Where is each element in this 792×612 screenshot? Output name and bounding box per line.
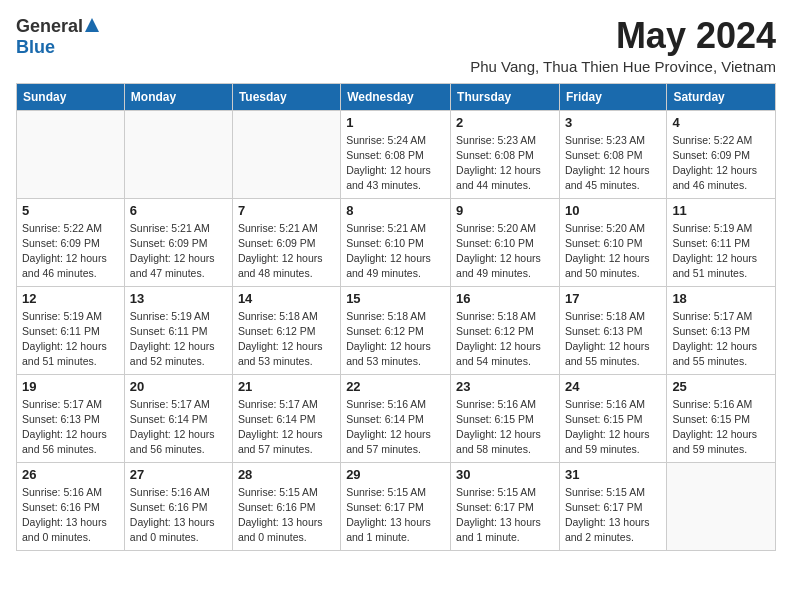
logo-blue: Blue	[16, 37, 55, 58]
day-number: 23	[456, 379, 554, 394]
day-info: Sunrise: 5:23 AM Sunset: 6:08 PM Dayligh…	[565, 133, 661, 194]
location-title: Phu Vang, Thua Thien Hue Province, Vietn…	[470, 58, 776, 75]
day-cell	[667, 462, 776, 550]
day-number: 30	[456, 467, 554, 482]
day-number: 26	[22, 467, 119, 482]
day-info: Sunrise: 5:16 AM Sunset: 6:14 PM Dayligh…	[346, 397, 445, 458]
day-info: Sunrise: 5:20 AM Sunset: 6:10 PM Dayligh…	[456, 221, 554, 282]
day-number: 18	[672, 291, 770, 306]
day-info: Sunrise: 5:16 AM Sunset: 6:15 PM Dayligh…	[565, 397, 661, 458]
day-number: 21	[238, 379, 335, 394]
day-info: Sunrise: 5:18 AM Sunset: 6:13 PM Dayligh…	[565, 309, 661, 370]
day-info: Sunrise: 5:18 AM Sunset: 6:12 PM Dayligh…	[238, 309, 335, 370]
day-number: 28	[238, 467, 335, 482]
day-info: Sunrise: 5:21 AM Sunset: 6:09 PM Dayligh…	[238, 221, 335, 282]
day-cell: 11Sunrise: 5:19 AM Sunset: 6:11 PM Dayli…	[667, 198, 776, 286]
day-cell: 19Sunrise: 5:17 AM Sunset: 6:13 PM Dayli…	[17, 374, 125, 462]
day-cell: 9Sunrise: 5:20 AM Sunset: 6:10 PM Daylig…	[451, 198, 560, 286]
week-row-4: 19Sunrise: 5:17 AM Sunset: 6:13 PM Dayli…	[17, 374, 776, 462]
week-row-5: 26Sunrise: 5:16 AM Sunset: 6:16 PM Dayli…	[17, 462, 776, 550]
day-info: Sunrise: 5:16 AM Sunset: 6:16 PM Dayligh…	[130, 485, 227, 546]
day-cell: 4Sunrise: 5:22 AM Sunset: 6:09 PM Daylig…	[667, 110, 776, 198]
day-info: Sunrise: 5:18 AM Sunset: 6:12 PM Dayligh…	[456, 309, 554, 370]
day-cell: 15Sunrise: 5:18 AM Sunset: 6:12 PM Dayli…	[341, 286, 451, 374]
week-row-3: 12Sunrise: 5:19 AM Sunset: 6:11 PM Dayli…	[17, 286, 776, 374]
day-cell	[124, 110, 232, 198]
day-number: 20	[130, 379, 227, 394]
day-number: 31	[565, 467, 661, 482]
header-sunday: Sunday	[17, 83, 125, 110]
day-number: 5	[22, 203, 119, 218]
day-cell: 5Sunrise: 5:22 AM Sunset: 6:09 PM Daylig…	[17, 198, 125, 286]
day-cell: 12Sunrise: 5:19 AM Sunset: 6:11 PM Dayli…	[17, 286, 125, 374]
day-cell: 17Sunrise: 5:18 AM Sunset: 6:13 PM Dayli…	[559, 286, 666, 374]
day-info: Sunrise: 5:17 AM Sunset: 6:13 PM Dayligh…	[672, 309, 770, 370]
day-number: 24	[565, 379, 661, 394]
day-number: 15	[346, 291, 445, 306]
day-number: 17	[565, 291, 661, 306]
day-info: Sunrise: 5:19 AM Sunset: 6:11 PM Dayligh…	[130, 309, 227, 370]
day-info: Sunrise: 5:15 AM Sunset: 6:17 PM Dayligh…	[565, 485, 661, 546]
calendar-header-row: Sunday Monday Tuesday Wednesday Thursday…	[17, 83, 776, 110]
svg-marker-0	[85, 18, 99, 32]
day-cell: 30Sunrise: 5:15 AM Sunset: 6:17 PM Dayli…	[451, 462, 560, 550]
day-cell: 23Sunrise: 5:16 AM Sunset: 6:15 PM Dayli…	[451, 374, 560, 462]
day-cell: 29Sunrise: 5:15 AM Sunset: 6:17 PM Dayli…	[341, 462, 451, 550]
day-number: 13	[130, 291, 227, 306]
week-row-2: 5Sunrise: 5:22 AM Sunset: 6:09 PM Daylig…	[17, 198, 776, 286]
day-cell: 2Sunrise: 5:23 AM Sunset: 6:08 PM Daylig…	[451, 110, 560, 198]
day-number: 3	[565, 115, 661, 130]
day-number: 12	[22, 291, 119, 306]
logo-general: General	[16, 16, 83, 37]
day-number: 14	[238, 291, 335, 306]
day-number: 16	[456, 291, 554, 306]
logo-icon	[85, 18, 99, 36]
day-info: Sunrise: 5:19 AM Sunset: 6:11 PM Dayligh…	[22, 309, 119, 370]
day-info: Sunrise: 5:16 AM Sunset: 6:15 PM Dayligh…	[672, 397, 770, 458]
day-cell: 28Sunrise: 5:15 AM Sunset: 6:16 PM Dayli…	[232, 462, 340, 550]
day-cell: 8Sunrise: 5:21 AM Sunset: 6:10 PM Daylig…	[341, 198, 451, 286]
day-number: 11	[672, 203, 770, 218]
day-info: Sunrise: 5:15 AM Sunset: 6:17 PM Dayligh…	[456, 485, 554, 546]
page-header: General Blue May 2024 Phu Vang, Thua Thi…	[16, 16, 776, 75]
day-cell	[17, 110, 125, 198]
day-cell: 21Sunrise: 5:17 AM Sunset: 6:14 PM Dayli…	[232, 374, 340, 462]
day-info: Sunrise: 5:15 AM Sunset: 6:16 PM Dayligh…	[238, 485, 335, 546]
day-cell: 22Sunrise: 5:16 AM Sunset: 6:14 PM Dayli…	[341, 374, 451, 462]
day-number: 4	[672, 115, 770, 130]
day-cell: 18Sunrise: 5:17 AM Sunset: 6:13 PM Dayli…	[667, 286, 776, 374]
day-number: 19	[22, 379, 119, 394]
day-number: 1	[346, 115, 445, 130]
header-tuesday: Tuesday	[232, 83, 340, 110]
day-number: 6	[130, 203, 227, 218]
day-info: Sunrise: 5:19 AM Sunset: 6:11 PM Dayligh…	[672, 221, 770, 282]
day-info: Sunrise: 5:22 AM Sunset: 6:09 PM Dayligh…	[22, 221, 119, 282]
logo: General Blue	[16, 16, 99, 58]
day-info: Sunrise: 5:20 AM Sunset: 6:10 PM Dayligh…	[565, 221, 661, 282]
week-row-1: 1Sunrise: 5:24 AM Sunset: 6:08 PM Daylig…	[17, 110, 776, 198]
day-cell: 14Sunrise: 5:18 AM Sunset: 6:12 PM Dayli…	[232, 286, 340, 374]
day-info: Sunrise: 5:21 AM Sunset: 6:10 PM Dayligh…	[346, 221, 445, 282]
day-number: 2	[456, 115, 554, 130]
day-info: Sunrise: 5:17 AM Sunset: 6:14 PM Dayligh…	[130, 397, 227, 458]
day-info: Sunrise: 5:16 AM Sunset: 6:15 PM Dayligh…	[456, 397, 554, 458]
header-friday: Friday	[559, 83, 666, 110]
day-cell: 6Sunrise: 5:21 AM Sunset: 6:09 PM Daylig…	[124, 198, 232, 286]
day-cell: 3Sunrise: 5:23 AM Sunset: 6:08 PM Daylig…	[559, 110, 666, 198]
day-number: 9	[456, 203, 554, 218]
day-cell: 13Sunrise: 5:19 AM Sunset: 6:11 PM Dayli…	[124, 286, 232, 374]
month-title: May 2024	[470, 16, 776, 56]
day-info: Sunrise: 5:16 AM Sunset: 6:16 PM Dayligh…	[22, 485, 119, 546]
day-number: 22	[346, 379, 445, 394]
title-section: May 2024 Phu Vang, Thua Thien Hue Provin…	[470, 16, 776, 75]
day-cell: 25Sunrise: 5:16 AM Sunset: 6:15 PM Dayli…	[667, 374, 776, 462]
header-monday: Monday	[124, 83, 232, 110]
day-cell	[232, 110, 340, 198]
header-thursday: Thursday	[451, 83, 560, 110]
day-info: Sunrise: 5:23 AM Sunset: 6:08 PM Dayligh…	[456, 133, 554, 194]
day-info: Sunrise: 5:17 AM Sunset: 6:13 PM Dayligh…	[22, 397, 119, 458]
header-wednesday: Wednesday	[341, 83, 451, 110]
day-info: Sunrise: 5:21 AM Sunset: 6:09 PM Dayligh…	[130, 221, 227, 282]
day-cell: 31Sunrise: 5:15 AM Sunset: 6:17 PM Dayli…	[559, 462, 666, 550]
day-cell: 27Sunrise: 5:16 AM Sunset: 6:16 PM Dayli…	[124, 462, 232, 550]
